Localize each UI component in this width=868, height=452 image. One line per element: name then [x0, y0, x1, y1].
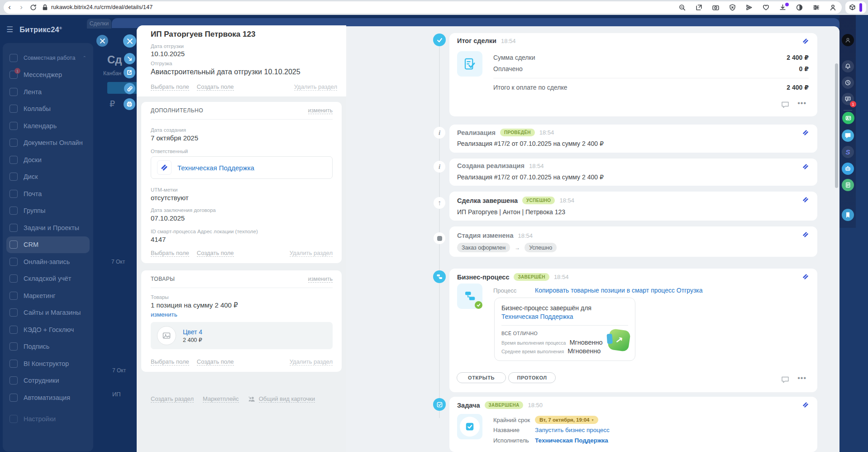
sidebar-item-disk[interactable]: Диск	[3, 168, 93, 186]
responsible-user-link[interactable]: Техническая Поддержка	[177, 164, 254, 172]
open-button[interactable]: ОТКРЫТЬ	[457, 372, 506, 383]
extension-cube-icon[interactable]	[847, 2, 857, 12]
sidebar-item-groups[interactable]: Группы	[3, 202, 93, 220]
notifications-bell-icon[interactable]	[842, 60, 854, 72]
task-name-link[interactable]: Запустить бизнес процесс	[535, 427, 610, 433]
forward-icon[interactable]: ›	[16, 2, 26, 12]
task-field-label: Название	[493, 427, 535, 433]
field-value-shipment[interactable]: Авиастроительный дата отгрузки 10.10.202…	[151, 68, 300, 76]
products-change-link[interactable]: изменить	[151, 311, 177, 318]
sidebar-item-signature[interactable]: Подпись	[3, 338, 93, 356]
sidebar-item-tasks[interactable]: Задачи и Проекты	[3, 219, 93, 236]
sidebar-item-mail[interactable]: Почта	[3, 185, 93, 202]
zoom-icon[interactable]	[677, 2, 687, 12]
sidebar-item-messenger[interactable]: 1 Мессенджер	[3, 67, 93, 84]
sidebar-item-collaboration[interactable]: Совместная работа⌃	[3, 49, 93, 67]
heart-icon[interactable]	[761, 2, 771, 12]
panel-open-new-window-button[interactable]	[124, 67, 135, 78]
protocol-button[interactable]: ПРОТОКОЛ	[508, 372, 556, 383]
sidebar-item-sites[interactable]: Сайты и Магазины	[3, 304, 93, 322]
field-value-contract-date[interactable]: 07.10.2025	[151, 214, 185, 222]
bizproc-user-link[interactable]: Техническая Поддержка	[501, 313, 573, 320]
pin-icon[interactable]	[802, 273, 809, 280]
responsible-user-box[interactable]: Техническая Поддержка	[151, 156, 333, 179]
comment-icon[interactable]	[781, 101, 789, 108]
sidebar-item-online-booking[interactable]: Онлайн-запись	[3, 253, 93, 270]
documents-rail-icon[interactable]	[842, 179, 854, 191]
copilot-robot-icon[interactable]	[842, 163, 854, 175]
additional-edit-link[interactable]: изменить	[308, 107, 333, 114]
timeline-scrollbar[interactable]	[835, 63, 838, 188]
outer-slider-close-button[interactable]	[96, 35, 108, 47]
sidebar-item-automation[interactable]: Автоматизация	[3, 389, 93, 406]
delete-section-link[interactable]: Удалить раздел	[290, 250, 333, 257]
sidebar-item-boards[interactable]: Доски	[3, 151, 93, 168]
camera-icon[interactable]	[711, 2, 720, 12]
sidebar-item-kedo[interactable]: КЭДО + Госключ	[3, 321, 93, 338]
create-field-link[interactable]: Создать поле	[197, 83, 234, 91]
bitrix-s-logo-icon[interactable]: S	[842, 146, 854, 158]
pin-icon[interactable]	[802, 38, 809, 45]
more-menu-icon[interactable]: •••	[797, 374, 806, 382]
create-section-link[interactable]: Создать раздел	[151, 395, 194, 403]
field-value-shipping-date[interactable]: 10.10.2025	[151, 50, 185, 58]
time-tracker-icon[interactable]	[842, 77, 854, 89]
pin-icon[interactable]	[802, 401, 809, 409]
url-text[interactable]: rukawok.bitrix24.ru/crm/deal/details/147	[51, 4, 153, 10]
delete-section-link[interactable]: Удалить раздел	[290, 358, 333, 365]
panel-minimize-button[interactable]	[124, 53, 135, 64]
select-field-link[interactable]: Выбрать поле	[151, 250, 189, 257]
sidebar-item-docs-online[interactable]: Документы Онлайн	[3, 135, 93, 152]
additional-section-header: ДОПОЛНИТЕЛЬНО	[151, 107, 203, 114]
comment-icon[interactable]	[781, 376, 789, 383]
card-view-link[interactable]: Общий вид карточки	[259, 395, 315, 403]
more-menu-icon[interactable]: •••	[797, 99, 806, 107]
sidebar-item-collabs[interactable]: Коллабы	[3, 101, 93, 118]
pin-icon[interactable]	[802, 196, 809, 203]
create-field-link[interactable]: Создать поле	[197, 250, 234, 257]
bookmark-rail-icon[interactable]	[842, 209, 854, 221]
avatar[interactable]	[842, 34, 854, 46]
sidebar-item-bi[interactable]: BI Конструктор	[3, 355, 93, 372]
profile-icon[interactable]	[828, 2, 838, 12]
shield-icon[interactable]	[727, 2, 737, 12]
task-responsible-link[interactable]: Техническая Поддержка	[535, 437, 608, 444]
sidebar-item-marketing[interactable]: Маркетинг	[3, 287, 93, 304]
deals-slider-tab[interactable]: Сделки	[87, 19, 111, 29]
field-value-smart-process-id[interactable]: 4147	[151, 236, 166, 243]
create-field-link[interactable]: Создать поле	[197, 358, 234, 365]
share-edit-icon[interactable]	[694, 2, 704, 12]
panel-print-button[interactable]	[124, 98, 135, 110]
panel-close-button[interactable]	[123, 34, 136, 48]
panel-copy-link-button[interactable]	[124, 83, 135, 94]
deadline-chip[interactable]: Вт, 7 октября, 19:04▾	[535, 416, 598, 424]
delete-section-link[interactable]: Удалить раздел	[294, 83, 337, 91]
products-edit-link[interactable]: изменить	[308, 276, 333, 283]
product-row[interactable]: Цвет 4 2 400 ₽	[151, 322, 333, 349]
theme-toggle-icon[interactable]	[794, 2, 804, 12]
sidebar-item-feed[interactable]: Лента	[3, 83, 93, 101]
sidebar-item-employees[interactable]: Сотрудники	[3, 372, 93, 389]
chat-helper-icon[interactable]	[842, 130, 854, 142]
menu-burger-icon[interactable]: ☰	[6, 25, 13, 34]
marketplace-link[interactable]: Маркетплейс	[203, 395, 239, 403]
field-value-created[interactable]: 7 октября 2025	[151, 134, 198, 142]
pin-icon[interactable]	[802, 129, 809, 136]
sidebar-item-inventory[interactable]: Складской учёт	[3, 270, 93, 288]
sidebar-item-calendar[interactable]: Календарь	[3, 117, 93, 135]
sidebar-item-settings[interactable]: Настройки	[3, 411, 93, 428]
product-name-link[interactable]: Цвет 4	[183, 328, 202, 336]
back-icon[interactable]: ‹	[5, 2, 14, 12]
entry-time: 18:54	[559, 197, 574, 204]
select-field-link[interactable]: Выбрать поле	[151, 83, 189, 91]
send-icon[interactable]	[744, 2, 754, 12]
process-link[interactable]: Копировать товарные позиции в смарт проц…	[535, 287, 703, 294]
reload-icon[interactable]	[28, 2, 38, 12]
select-field-link[interactable]: Выбрать поле	[151, 358, 189, 365]
kanban-tab-fragment[interactable]: Канбан	[103, 70, 121, 77]
settings-sliders-icon[interactable]	[811, 2, 821, 12]
sidebar-item-crm[interactable]: CRM	[6, 236, 90, 254]
pin-icon[interactable]	[802, 231, 809, 238]
pin-icon[interactable]	[802, 163, 809, 170]
crm-contact-icon[interactable]	[842, 112, 854, 124]
